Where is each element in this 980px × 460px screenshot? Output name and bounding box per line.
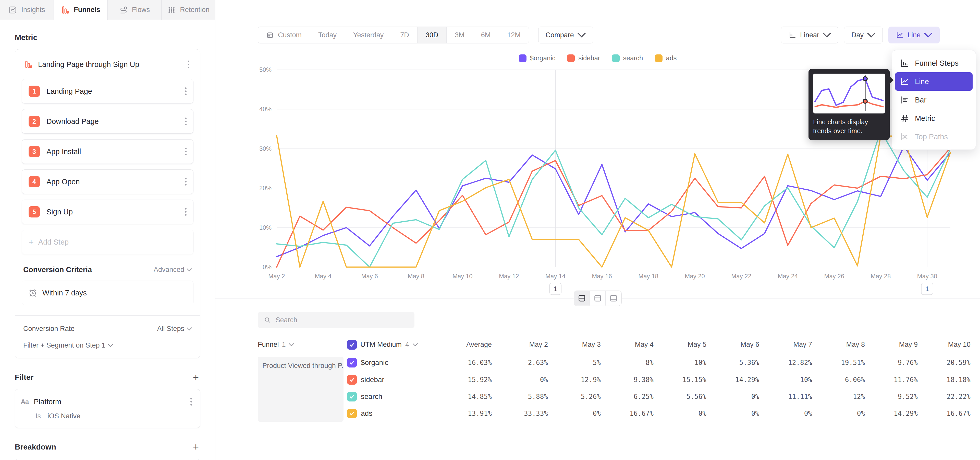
funnel-step-3[interactable]: 3App Install	[22, 139, 193, 164]
funnel-step-4[interactable]: 4App Open	[22, 169, 193, 194]
x-axis-label: May 26	[824, 273, 844, 280]
legend-item-organic[interactable]: $organic	[519, 54, 555, 62]
chevron-down-icon	[924, 31, 932, 39]
calendar-icon	[266, 31, 274, 39]
filter-operator[interactable]: Is	[35, 412, 41, 420]
cell-value: 16.67%	[601, 405, 654, 422]
filter-card[interactable]: Aa Platform Is iOS Native	[15, 389, 200, 428]
range-custom[interactable]: Custom	[258, 27, 310, 43]
menu-item-top-paths[interactable]: Top Paths	[895, 128, 973, 146]
view-chart-button[interactable]	[590, 291, 606, 306]
menu-item-bar[interactable]: Bar	[895, 91, 973, 109]
add-breakdown-button[interactable]: +	[191, 442, 200, 452]
table-row-organic: $organic16.03%2.63%5%8%10%5.36%12.82%19.…	[347, 354, 980, 371]
filter-value[interactable]: iOS Native	[48, 412, 80, 420]
range-30d[interactable]: 30D	[417, 27, 447, 43]
conversion-window-label: Within 7 days	[42, 289, 87, 297]
insights-icon	[8, 6, 17, 14]
range-6m[interactable]: 6M	[473, 27, 499, 43]
row-label: search	[361, 393, 382, 401]
cell-value: 12.82%	[759, 354, 812, 371]
average-value: 14.85%	[439, 388, 495, 405]
legend-item-search[interactable]: search	[612, 54, 643, 62]
row-label-cell[interactable]: ads	[347, 409, 439, 418]
conversion-window-button[interactable]: Within 7 days	[22, 281, 193, 305]
view-table-icon	[609, 294, 618, 303]
row-checkbox[interactable]	[347, 392, 357, 401]
compare-button[interactable]: Compare	[538, 27, 593, 43]
row-checkbox[interactable]	[347, 358, 357, 367]
view-table-button[interactable]	[606, 291, 621, 306]
kebab-menu-icon[interactable]	[183, 176, 189, 188]
row-checkbox[interactable]	[347, 375, 357, 385]
table-rows: $organic16.03%2.63%5%8%10%5.36%12.82%19.…	[347, 354, 980, 422]
row-group-label[interactable]: Product Viewed through P...	[258, 357, 344, 422]
date-range-control: CustomTodayYesterday7D30D3M6M12M	[258, 27, 529, 43]
view-split-button[interactable]	[574, 291, 590, 306]
step-label: App Open	[46, 177, 176, 186]
all-steps-dropdown[interactable]: All Steps	[157, 325, 192, 333]
menu-item-funnel-steps[interactable]: Funnel Steps	[895, 54, 973, 72]
row-group-column: Product Viewed through P...	[258, 354, 347, 422]
annotation-marker[interactable]: 1	[549, 283, 561, 295]
tab-insights[interactable]: Insights	[0, 0, 54, 20]
breakdown-card[interactable]: Aa UTM Medium ✕	[15, 459, 200, 460]
chart-type-dropdown[interactable]: Line	[888, 27, 940, 43]
kebab-menu-icon[interactable]	[188, 396, 194, 407]
table-body: Product Viewed through P... $organic16.0…	[258, 354, 980, 422]
step-number-badge: 3	[29, 146, 40, 157]
kebab-menu-icon[interactable]	[183, 85, 189, 97]
add-filter-button[interactable]: +	[191, 372, 200, 382]
legend-label: $organic	[530, 54, 555, 62]
funnel-step-2[interactable]: 2Download Page	[22, 109, 193, 134]
funnel-column-dropdown[interactable]: Funnel 1	[258, 335, 347, 354]
date-column-header: May 10	[918, 335, 970, 354]
row-label-cell[interactable]: search	[347, 392, 439, 401]
range-3m[interactable]: 3M	[447, 27, 473, 43]
range-7d[interactable]: 7D	[392, 27, 417, 43]
legend-item-sidebar[interactable]: sidebar	[567, 54, 600, 62]
tab-retention[interactable]: Retention	[162, 0, 215, 20]
funnel-steps-list: 1Landing Page2Download Page3App Install4…	[22, 79, 193, 224]
range-12m[interactable]: 12M	[499, 27, 529, 43]
x-axis-label: May 20	[685, 273, 705, 280]
series-line-ads[interactable]	[277, 136, 950, 267]
kebab-menu-icon[interactable]	[183, 206, 189, 218]
row-label-cell[interactable]: sidebar	[347, 375, 439, 385]
chart-type-menu: Funnel Steps Line Bar Metric Top Paths	[892, 50, 976, 150]
menu-item-line[interactable]: Line	[895, 72, 973, 91]
tooltip-text: Line charts display trends over time.	[813, 118, 885, 136]
metric-hash-icon	[900, 114, 909, 123]
range-yesterday[interactable]: Yesterday	[345, 27, 392, 43]
select-all-checkbox[interactable]	[347, 340, 357, 350]
granularity-dropdown[interactable]: Day	[844, 27, 883, 43]
scale-dropdown[interactable]: Linear	[781, 27, 838, 43]
series-line-organic[interactable]	[277, 147, 950, 257]
range-today[interactable]: Today	[310, 27, 345, 43]
add-step-button[interactable]: + Add Step	[22, 230, 193, 254]
row-checkbox[interactable]	[347, 409, 357, 418]
kebab-menu-icon[interactable]	[183, 115, 189, 127]
kebab-menu-icon[interactable]	[185, 59, 192, 70]
cell-value: 0%	[759, 405, 812, 422]
tab-flows[interactable]: Flows	[108, 0, 162, 20]
chevron-down-icon	[578, 31, 586, 39]
cell-value: 9.38%	[601, 371, 654, 388]
bar-chart-icon	[900, 95, 909, 104]
search-input[interactable]	[275, 316, 408, 324]
tab-funnels[interactable]: Funnels	[54, 0, 108, 20]
filter-segment-dropdown[interactable]: Filter + Segment on Step 1	[22, 342, 193, 349]
conversion-criteria-heading: Conversion Criteria	[23, 265, 154, 274]
utm-column-dropdown[interactable]: UTM Medium 4	[347, 335, 439, 354]
funnel-step-5[interactable]: 5Sign Up	[22, 200, 193, 224]
funnel-step-1[interactable]: 1Landing Page	[22, 79, 193, 104]
menu-item-metric[interactable]: Metric	[895, 109, 973, 128]
table-search[interactable]	[258, 312, 414, 328]
legend-item-ads[interactable]: ads	[655, 54, 677, 62]
chevron-down-icon	[867, 31, 875, 39]
advanced-dropdown[interactable]: Advanced	[154, 266, 192, 274]
annotation-marker[interactable]: 1	[921, 283, 933, 295]
kebab-menu-icon[interactable]	[183, 146, 189, 157]
cell-value: 5.56%	[654, 388, 706, 405]
row-label-cell[interactable]: $organic	[347, 358, 439, 367]
